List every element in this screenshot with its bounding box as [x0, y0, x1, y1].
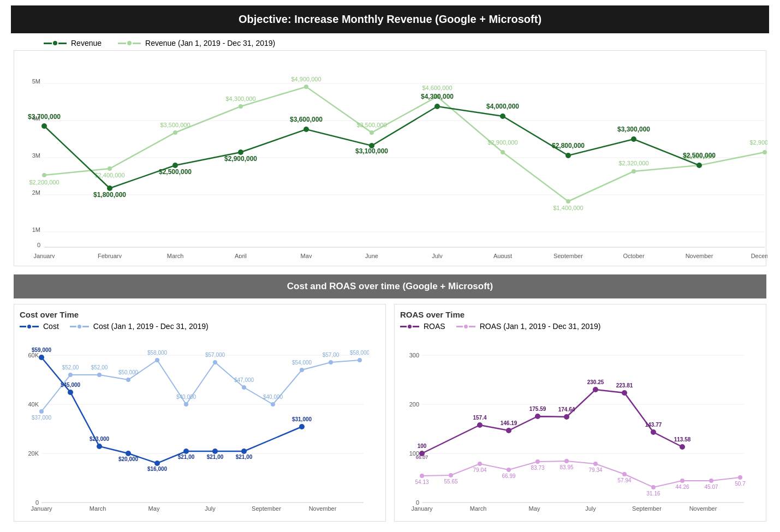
svg-text:August: August: [493, 253, 512, 258]
svg-point-89: [154, 461, 160, 466]
svg-text:5M: 5M: [32, 78, 40, 85]
svg-text:July: July: [585, 505, 596, 512]
svg-text:September: September: [252, 505, 281, 512]
svg-text:66.07: 66.07: [416, 455, 428, 460]
svg-text:$21,00: $21,00: [178, 454, 195, 460]
svg-text:November: November: [309, 505, 337, 512]
svg-text:175.59: 175.59: [529, 406, 546, 412]
svg-point-122: [564, 459, 569, 463]
bottom-charts: Cost over Time Cost Cost: [14, 304, 766, 522]
svg-point-91: [212, 449, 218, 454]
svg-text:January: January: [31, 505, 52, 512]
svg-point-126: [680, 479, 684, 483]
svg-point-69: [271, 402, 275, 407]
svg-text:$3,300,000: $3,300,000: [617, 125, 650, 133]
svg-point-64: [126, 378, 130, 382]
legend-revenue-prev: Revenue (Jan 1, 2019 - Dec 31, 2019): [118, 39, 275, 47]
rev-cur-dot-10: [696, 163, 702, 168]
legend-cost: Cost: [20, 322, 59, 331]
roas-current-line: [422, 390, 682, 453]
svg-point-71: [329, 360, 333, 364]
svg-text:$59,000: $59,000: [32, 347, 52, 353]
rev-prev-dot-9: [632, 169, 636, 174]
svg-text:$2,800,000: $2,800,000: [552, 142, 585, 150]
section2-header: Cost and ROAS over time (Google + Micros…: [14, 274, 766, 298]
legend-roas-label: ROAS: [424, 322, 445, 331]
rev-cur-dot-1: [107, 186, 112, 191]
svg-text:$3,100,000: $3,100,000: [355, 147, 388, 155]
svg-point-92: [241, 449, 247, 454]
svg-point-146: [593, 387, 598, 392]
cost-chart-title: Cost over Time: [20, 310, 380, 319]
rev-prev-dot-0: [42, 173, 46, 177]
rev-cur-dot-3: [238, 150, 243, 155]
svg-text:$16,000: $16,000: [147, 466, 168, 472]
rev-cur-dot-9: [631, 136, 636, 142]
svg-text:November: November: [686, 253, 713, 258]
svg-point-124: [622, 472, 627, 476]
svg-text:40K: 40K: [28, 401, 39, 408]
svg-text:$2,500,000: $2,500,000: [683, 152, 716, 159]
svg-text:20K: 20K: [28, 450, 39, 457]
svg-text:57.94: 57.94: [617, 477, 631, 483]
revenue-chart: 5M 4M 3M 2M 1M 0 January February March …: [20, 56, 767, 258]
svg-text:143.77: 143.77: [645, 422, 662, 428]
svg-point-67: [213, 360, 217, 364]
svg-text:$40,000: $40,000: [176, 394, 197, 400]
svg-point-62: [68, 373, 73, 377]
svg-point-144: [535, 414, 540, 419]
legend-roas-prev: ROAS (Jan 1, 2019 - Dec 31, 2019): [456, 322, 601, 331]
svg-text:July: July: [432, 253, 443, 258]
svg-text:$3,500,000: $3,500,000: [160, 122, 190, 128]
roas-legend: ROAS ROAS (Jan 1, 2019 - Dec 31, 2019): [400, 322, 760, 331]
rev-cur-dot-8: [565, 153, 571, 158]
roas-chart-box: ROAS over Time ROAS ROAS: [394, 304, 766, 522]
rev-prev-dot-1: [108, 166, 112, 171]
svg-text:$1,400,000: $1,400,000: [553, 205, 583, 211]
svg-text:79.04: 79.04: [473, 467, 486, 473]
legend-revenue: Revenue: [44, 39, 102, 47]
legend-revenue-label: Revenue: [71, 39, 102, 47]
svg-point-90: [183, 449, 189, 454]
svg-text:September: September: [632, 505, 662, 512]
svg-text:April: April: [235, 253, 247, 258]
svg-text:157.4: 157.4: [473, 415, 486, 421]
svg-point-119: [478, 462, 482, 466]
svg-text:$21,00: $21,00: [207, 454, 224, 460]
svg-text:$4,600,000: $4,600,000: [422, 85, 452, 91]
main-container: Objective: Increase Monthly Revenue (Goo…: [0, 0, 780, 527]
revenue-legend: Revenue Revenue (Jan 1, 2019 - Dec 31, 2…: [44, 39, 769, 47]
svg-point-63: [97, 373, 102, 377]
svg-text:$31,000: $31,000: [292, 416, 312, 422]
svg-text:$2,900,000: $2,900,000: [749, 139, 767, 146]
svg-text:$57,00: $57,00: [323, 352, 340, 358]
svg-text:July: July: [205, 505, 216, 512]
rev-prev-dot-11: [763, 150, 767, 154]
svg-text:$57,000: $57,000: [205, 352, 225, 358]
svg-text:31.16: 31.16: [646, 491, 660, 497]
rev-prev-dot-3: [239, 104, 243, 109]
cost-chart-box: Cost over Time Cost Cost: [14, 304, 386, 522]
rev-prev-dot-8: [566, 199, 570, 204]
svg-text:174.64: 174.64: [558, 407, 575, 413]
legend-cost-prev-label: Cost (Jan 1, 2019 - Dec 31, 2019): [93, 322, 209, 331]
svg-text:$45,000: $45,000: [61, 382, 81, 388]
svg-text:$54,000: $54,000: [292, 360, 312, 366]
svg-point-72: [358, 358, 362, 362]
cost-chart-svg: 60K 40K 20K 0 January March May July Sep…: [20, 333, 369, 513]
svg-text:$23,000: $23,000: [90, 436, 110, 442]
svg-point-61: [39, 409, 44, 414]
svg-text:$3,700,000: $3,700,000: [28, 113, 61, 121]
svg-point-120: [507, 468, 511, 472]
svg-text:June: June: [365, 253, 378, 258]
svg-text:January: January: [411, 505, 433, 512]
svg-point-127: [709, 479, 713, 483]
revenue-prev-line: [44, 87, 765, 201]
svg-point-145: [564, 414, 569, 420]
svg-text:$2,200,000: $2,200,000: [29, 179, 59, 186]
svg-point-142: [477, 422, 483, 428]
svg-text:January: January: [33, 253, 55, 258]
svg-text:200: 200: [409, 401, 419, 408]
rev-cur-dot-0: [41, 123, 47, 129]
svg-text:October: October: [623, 253, 644, 258]
